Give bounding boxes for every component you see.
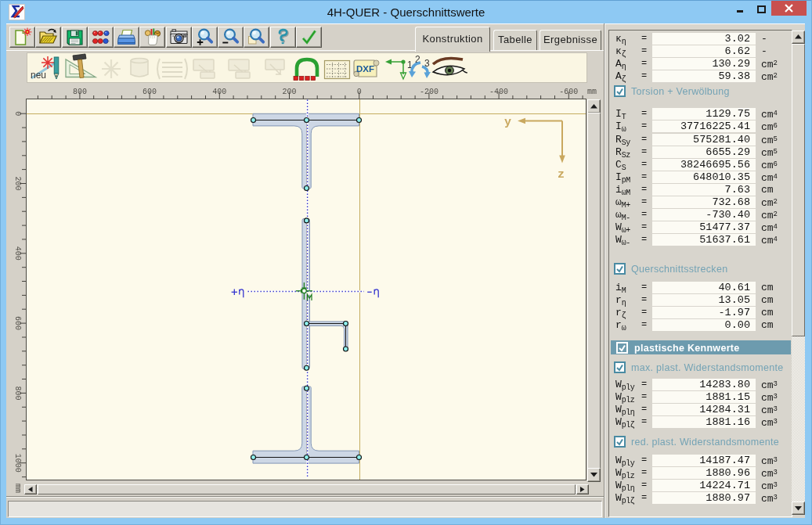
svg-text:200: 200: [13, 176, 22, 190]
svg-text:800: 800: [13, 386, 22, 400]
svg-text:200: 200: [282, 88, 296, 96]
svg-text:-600: -600: [559, 88, 578, 96]
svg-text:0: 0: [13, 111, 22, 116]
svg-text:1000: 1000: [13, 454, 22, 473]
svg-text:neu: neu: [31, 70, 46, 81]
svg-text:600: 600: [143, 88, 157, 96]
svg-text:z: z: [558, 168, 565, 182]
svg-text:-200: -200: [420, 88, 438, 96]
svg-text:mm: mm: [587, 88, 597, 96]
svg-text:mm: mm: [13, 484, 22, 493]
svg-text:400: 400: [13, 246, 22, 261]
svg-text:800: 800: [73, 88, 87, 96]
svg-text:600: 600: [13, 316, 22, 330]
svg-text:0: 0: [357, 88, 362, 96]
svg-text:DXF: DXF: [356, 64, 374, 74]
svg-text:y: y: [504, 116, 511, 129]
svg-text:-400: -400: [489, 88, 508, 96]
svg-text:400: 400: [212, 88, 226, 96]
